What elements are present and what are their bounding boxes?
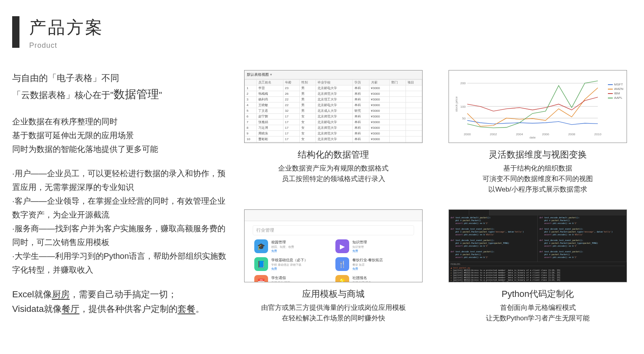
chart-legend: MSFTAMZNIBMAAPL (608, 83, 623, 100)
card-flexible-views: 50100200200020022004200620082010datestoc… (444, 70, 632, 195)
code-editor: def test_encode_default_packet(): pkt = … (449, 210, 627, 282)
intro-paragraph-2: 企业数据在有秩序整理的同时 基于数据可延伸出无限的应用场景 同时为数据的智能化落… (12, 115, 231, 156)
chevron-down-icon: ▾ (270, 73, 272, 77)
svg-text:2000: 2000 (464, 132, 471, 136)
editor-tabs (449, 210, 627, 215)
problems-panel: PROBLEMS◢ test_packet.py[pylint] W0212:A… (449, 262, 627, 282)
title-block: 产品方案 Product (29, 16, 104, 50)
card-title: 灵活数据维度与视图变换 (489, 149, 587, 161)
card-desc: 基于结构化的组织数据 可演变不同的数据维度和不同的视图 以Web/小程序形式展示… (483, 163, 593, 195)
analogy-visidata: Visidata就像餐厅，提供各种供客户定制的套餐。 (12, 302, 231, 316)
template-icon: 📅 (254, 275, 268, 282)
left-column: 与自由的「电子表格」不同 「云数据表格」核心在于"数据管理" 企业数据在有秩序整… (12, 70, 239, 324)
template-item: 📅 学生请假 学校 学生 请假 免费 (254, 275, 331, 282)
svg-text:50: 50 (462, 117, 466, 120)
line-chart: 50100200200020022004200620082010datestoc… (453, 75, 623, 139)
code-pane-left: def test_encode_default_packet(): pkt = … (449, 215, 537, 260)
role-student: ·大学生——利用学习到的Python语言，帮助外部组织实施数字化转型，并赚取收入 (12, 249, 231, 277)
card-desc: 由官方或第三方提供海量的行业或岗位应用模板 在轻松解决工作场景的同时赚外快 (261, 303, 406, 324)
p1-line2: 「云数据表格」核心在于"数据管理" (12, 86, 231, 103)
svg-text:200: 200 (460, 81, 466, 85)
card-preview-templates: 行业管理 🎓 校园管理 校园、制度、收费 免费 ▶ 知识管理 知识管理 免费 📘… (244, 209, 423, 282)
svg-text:2002: 2002 (490, 132, 497, 136)
svg-text:2004: 2004 (516, 132, 523, 136)
analogy-paragraph: Excel就像厨房，需要自己动手搞定一切； Visidata就像餐厅，提供各种供… (12, 287, 231, 316)
template-search: 行业管理 (253, 225, 414, 235)
card-python-custom: def test_encode_default_packet(): pkt = … (444, 209, 632, 324)
intro-paragraph-1: 与自由的「电子表格」不同 「云数据表格」核心在于"数据管理" (12, 70, 231, 103)
card-desc: 企业数据资产应为有规限的数据格式 员工按照特定的领域格式进行录入 (278, 163, 389, 184)
card-title: 结构化的数据管理 (298, 149, 369, 161)
title-en: Product (29, 41, 104, 50)
svg-text:100: 100 (460, 105, 466, 109)
card-preview-table: 默认表格视图 ▾ 员工姓名年龄性别毕业学校学历月薪部门项目1李雷23男北京邮电大… (244, 70, 423, 143)
emphasis-data-mgmt: 数据管理 (114, 88, 159, 100)
template-icon: 🍴 (335, 257, 349, 271)
card-preview-code: def test_encode_default_packet(): pkt = … (449, 209, 627, 282)
template-item: 🎓 校园管理 校园、制度、收费 免费 (254, 239, 331, 253)
data-table: 员工姓名年龄性别毕业学校学历月薪部门项目1李雷23男北京邮电大学本科¥30002… (245, 79, 422, 143)
template-icon: 💡 (335, 275, 349, 282)
role-provider: ·服务商——找到客户并为客户实施服务，赚取高额服务费的同时，可二次销售应用模板 (12, 222, 231, 249)
editor-tab (469, 210, 489, 215)
card-title: 应用模板与商城 (302, 288, 365, 300)
cards-grid: 默认表格视图 ▾ 员工姓名年龄性别毕业学校学历月薪部门项目1李雷23男北京邮电大… (239, 70, 632, 324)
template-icon: ▶ (335, 239, 349, 253)
title-zh: 产品方案 (29, 16, 104, 39)
title-accent-bar (12, 16, 19, 48)
card-desc: 首创面向单元格编程模式 让无数Python学习者产生无限可能 (486, 303, 590, 324)
template-icon: 📘 (254, 257, 268, 271)
svg-text:2010: 2010 (594, 132, 601, 136)
role-user: ·用户——企业员工，可以更轻松进行数据的录入和协作，预置应用，无需掌握深厚的专业… (12, 166, 231, 194)
content-area: 与自由的「电子表格」不同 「云数据表格」核心在于"数据管理" 企业数据在有秩序整… (12, 70, 632, 324)
role-customer: ·客户——企业领导，在掌握企业经营的同时，有效管理企业数字资产，为企业开源截流 (12, 194, 231, 222)
svg-text:2006: 2006 (542, 132, 550, 136)
card-preview-chart: 50100200200020022004200620082010datestoc… (449, 70, 627, 143)
card-title: Python代码定制化 (502, 288, 574, 300)
editor-tab (449, 210, 469, 215)
template-item: ▶ 知识管理 知识管理 免费 (335, 239, 412, 253)
svg-text:stock price: stock price (455, 96, 459, 112)
template-item: 💡 社团报名 学校 社团 报名 免费 (335, 275, 412, 282)
template-grid: 🎓 校园管理 校园、制度、收费 免费 ▶ 知识管理 知识管理 免费 📘 学校基础… (245, 237, 422, 282)
roles-paragraph: ·用户——企业员工，可以更轻松进行数据的录入和协作，预置应用，无需掌握深厚的专业… (12, 166, 231, 277)
p1-line1: 与自由的「电子表格」不同 (12, 70, 231, 86)
template-topbar (245, 210, 422, 221)
template-item: 📘 学校基础信息（必下） 学校 基础信息 讲物下载 免费 (254, 257, 331, 271)
template-item: 🍴 餐饮行业-餐饮拓店 餐饮 拓店 免费 (335, 257, 412, 271)
table-view-selector: 默认表格视图 ▾ (245, 70, 422, 79)
svg-text:2008: 2008 (568, 132, 575, 136)
code-pane-right: def test_encode_default_packet(): pkt = … (538, 215, 626, 260)
card-template-store: 行业管理 🎓 校园管理 校园、制度、收费 免费 ▶ 知识管理 知识管理 免费 📘… (239, 209, 427, 324)
template-icon: 🎓 (254, 239, 268, 253)
page-header: 产品方案 Product (12, 16, 632, 50)
svg-text:date: date (529, 136, 536, 139)
analogy-excel: Excel就像厨房，需要自己动手搞定一切； (12, 287, 231, 302)
card-structured-data: 默认表格视图 ▾ 员工姓名年龄性别毕业学校学历月薪部门项目1李雷23男北京邮电大… (239, 70, 427, 195)
